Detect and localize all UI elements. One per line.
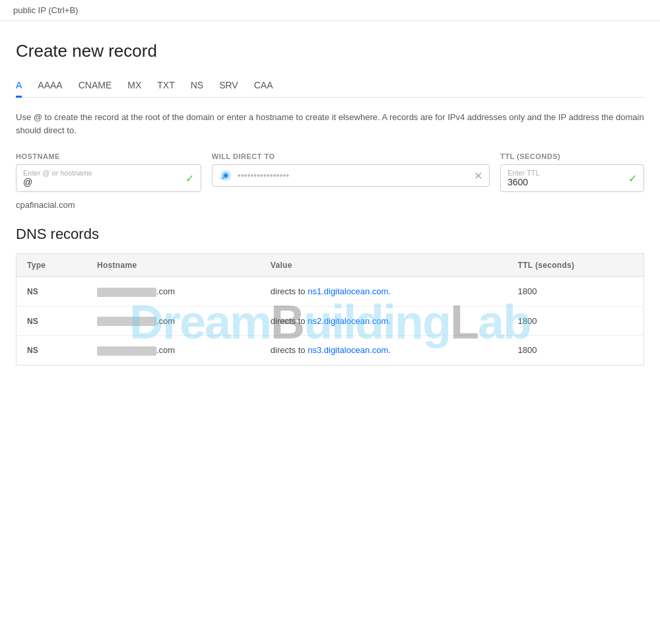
page-title: Create new record [16,41,644,61]
tab-MX[interactable]: MX [127,75,141,98]
svg-point-4 [220,177,222,179]
ttl-label: TTL (SECONDS) [500,152,644,160]
value-cell: directs to ns1.digitalocean.com. [260,277,508,307]
value-cell: directs to ns3.digitalocean.com. [260,336,508,366]
top-bar-label: public IP (Ctrl+B) [13,5,78,15]
col-hostname: Hostname [86,254,260,277]
hostname-label: HOSTNAME [16,152,201,160]
svg-point-3 [222,177,224,179]
value-link: ns1.digitalocean.com. [308,286,391,296]
table-row: NS .com directs to ns2.digitalocean.com.… [16,306,644,336]
form-description: Use @ to create the record at the root o… [16,111,644,137]
hostname-blurred-text [97,346,156,356]
col-value: Value [260,254,508,277]
col-type: Type [16,254,86,277]
record-type-cell: NS [16,277,86,307]
hostname-suffix: .com [156,316,175,326]
ttl-check-icon: ✓ [628,172,637,185]
tab-AAAA[interactable]: AAAA [38,75,62,98]
hostname-blurred-text [97,317,156,326]
dns-records-table: Type Hostname Value TTL (seconds) NS .co… [16,253,644,366]
value-prefix: directs to [271,345,308,355]
hostname-check-icon: ✓ [185,172,194,185]
record-form-row: HOSTNAME Enter @ or hostname ✓ WILL DIRE… [16,152,644,192]
domain-hint: cpafinacial.com [16,200,644,210]
col-ttl: TTL (seconds) [508,254,644,277]
hostname-blurred-text [97,288,156,297]
dns-table-header-row: Type Hostname Value TTL (seconds) [16,254,644,277]
hostname-suffix: .com [156,345,175,355]
value-link: ns3.digitalocean.com. [308,345,391,355]
hostname-placeholder-text: Enter @ or hostname [23,169,180,177]
table-row: NS .com directs to ns3.digitalocean.com.… [16,336,644,366]
will-direct-input-wrapper: ✕ [212,164,490,187]
tab-CAA[interactable]: CAA [254,75,273,98]
ttl-cell: 1800 [508,306,644,336]
will-direct-clear-icon[interactable]: ✕ [474,170,482,182]
value-link: ns2.digitalocean.com. [308,316,391,326]
dns-section-title: DNS records [16,226,644,243]
table-row: NS .com directs to ns1.digitalocean.com.… [16,277,644,307]
record-type-cell: NS [16,336,86,366]
hostname-group: HOSTNAME Enter @ or hostname ✓ [16,152,201,192]
svg-point-2 [224,174,227,177]
record-type-badge: NS [27,346,38,355]
hostname-cell: .com [86,277,260,307]
ttl-input[interactable] [508,177,623,187]
hostname-input[interactable] [23,177,180,187]
ttl-group: TTL (SECONDS) Enter TTL ✓ [500,152,644,192]
ttl-cell: 1800 [508,277,644,307]
will-direct-label: WILL DIRECT TO [212,152,490,160]
value-prefix: directs to [271,286,308,296]
tab-CNAME[interactable]: CNAME [79,75,112,98]
ttl-input-wrapper: Enter TTL ✓ [500,164,644,192]
main-content: Create new record A AAAA CNAME MX TXT NS… [0,21,660,385]
hostname-input-wrapper: Enter @ or hostname ✓ [16,164,201,192]
hostname-suffix: .com [156,286,175,296]
record-type-badge: NS [27,287,38,296]
record-type-badge: NS [27,317,38,326]
tab-NS[interactable]: NS [191,75,203,98]
value-cell: directs to ns2.digitalocean.com. [260,306,508,336]
tab-SRV[interactable]: SRV [219,75,238,98]
ttl-cell: 1800 [508,336,644,366]
record-type-tabs: A AAAA CNAME MX TXT NS SRV CAA [16,75,644,98]
top-bar: public IP (Ctrl+B) [0,0,660,21]
ttl-placeholder-text: Enter TTL [508,169,623,177]
hostname-cell: .com [86,306,260,336]
digitalocean-icon [219,169,232,182]
value-prefix: directs to [271,316,308,326]
record-type-cell: NS [16,306,86,336]
will-direct-input[interactable] [238,170,469,181]
tab-A[interactable]: A [16,75,22,98]
will-direct-group: WILL DIRECT TO ✕ [212,152,490,187]
tab-TXT[interactable]: TXT [157,75,174,98]
hostname-cell: .com [86,336,260,366]
